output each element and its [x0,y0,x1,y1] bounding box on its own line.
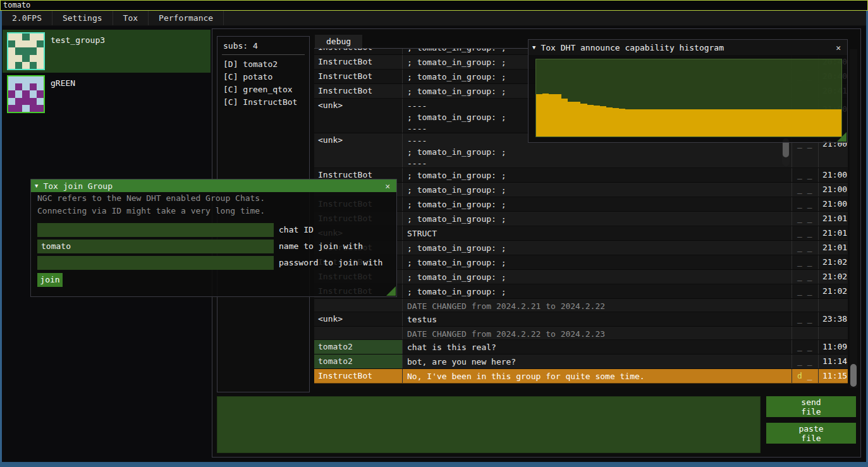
status-cell: _ _ [792,212,819,226]
status-cell: _ _ [792,270,819,284]
message-row[interactable]: tomato2bot, are you new here?_ _11:14 [314,355,848,369]
sender-name-cell [314,299,403,312]
message-cell: ; tomato_in_group: ; [403,197,792,211]
subs-member-list: [D] tomato2[C] potato[C] green_qtox[C] I… [223,58,303,109]
menu-performance[interactable]: Performance [149,11,224,25]
message-scrollbar-thumb[interactable] [850,364,857,387]
system-message-cell: DATE CHANGED from 2024.2.21 to 2024.2.22 [403,299,792,312]
histogram-bar [733,109,740,136]
close-icon[interactable]: ✕ [382,181,393,191]
message-row[interactable]: <unk>testus_ _23:38 [314,312,848,327]
resize-grip[interactable] [837,132,847,142]
sender-name-cell: InstructBot [314,49,403,54]
histogram-bar [752,109,759,136]
status-cell: _ _ [792,255,819,269]
collapse-icon[interactable]: ▼ [35,183,38,189]
paste-file-button[interactable]: paste file [766,423,856,444]
resize-grip[interactable] [386,286,396,296]
histogram-bar [638,109,644,136]
sender-name-cell [314,327,403,339]
status-cell: _ _ [792,241,819,255]
join-name-input[interactable]: tomato [37,240,274,253]
sender-name-cell: <unk> [314,312,403,326]
status-cell: _ _ [792,284,819,298]
group-name: gREEN [51,78,75,88]
sender-name-cell: <unk> [314,99,403,133]
histogram-bar [657,109,663,136]
member-tomato2: [D] tomato2 [223,58,303,71]
send-file-button[interactable]: send file [766,396,856,417]
message-cell: No, I've been in this group for quite so… [403,369,792,383]
histogram-bar [663,109,669,136]
histogram-bar [669,109,676,136]
time-cell: 21:02 [819,284,848,298]
member-potato: [C] potato [223,71,303,83]
message-cell: ; tomato_in_group: ; [403,241,792,255]
system-row: DATE CHANGED from 2024.2.21 to 2024.2.22 [314,299,848,312]
subs-separator [222,54,305,55]
close-icon[interactable]: ✕ [833,43,843,52]
histogram-bar [632,109,638,136]
message-scrollbar-track[interactable] [850,49,857,388]
histogram-bar [721,109,727,136]
menu-settings[interactable]: Settings [52,11,113,25]
message-cell: ; tomato_in_group: ; [403,255,792,269]
histogram-bar [816,109,822,136]
tab-debug[interactable]: debug [315,35,362,48]
collapse-icon[interactable]: ▼ [532,44,535,51]
histogram-window-title: Tox DHT announce capability histogram [541,43,724,52]
menu-bar: 2.0FPS Settings Tox Performance [2,11,866,26]
status-cell [792,327,819,339]
histogram-plot [535,59,842,137]
join-password-input[interactable] [37,256,274,270]
window-border-bottom [0,462,868,467]
histogram-bar [791,109,797,136]
status-cell: _ _ [792,355,819,368]
message-row[interactable]: InstructBotNo, I've been in this group f… [314,369,848,384]
fps-indicator: 2.0FPS [2,11,52,25]
time-cell: 11:15 [819,369,848,383]
group-item-test_group3[interactable]: test_group3 [3,30,211,73]
sender-name-cell: InstructBot [314,55,403,69]
histogram-window-titlebar[interactable]: ▼ Tox DHT announce capability histogram … [529,40,847,55]
group-avatar [7,75,45,113]
join-desc-line1: NGC refers to the New DHT enabled Group … [31,192,396,205]
histogram-bar [740,109,746,136]
dht-histogram-window: ▼ Tox DHT announce capability histogram … [528,39,848,143]
status-cell: _ _ [792,340,819,354]
histogram-bar [797,109,804,136]
time-cell: 11:09 [819,340,848,354]
group-item-gREEN[interactable]: gREEN [3,73,211,116]
status-cell: d _ [792,369,819,383]
histogram-bar [542,94,549,136]
histogram-bar [746,109,752,136]
histogram-bar [676,109,682,136]
message-cell: ; tomato_in_group: ; [403,284,792,298]
join-window-titlebar[interactable]: ▼ Tox join Group ✕ [31,179,396,192]
time-cell: 21:00 [819,197,848,211]
sender-name-cell: tomato2 [314,355,403,368]
message-cell: ; tomato_in_group: ; [403,183,792,197]
histogram-bar [822,109,829,136]
message-row[interactable]: tomato2chat is this real?_ _11:09 [314,340,848,355]
menu-tox[interactable]: Tox [113,11,149,25]
status-cell [792,299,819,312]
status-cell: _ _ [792,197,819,211]
time-cell: 11:14 [819,355,848,368]
message-cell: testus [403,312,792,326]
message-cell: ; tomato_in_group: ; [403,212,792,226]
join-window-title: Tox join Group [43,181,113,191]
histogram-bar [580,104,587,136]
join-group-window: ▼ Tox join Group ✕ NGC refers to the New… [30,179,397,297]
histogram-bar [568,102,574,136]
message-cell: STRUCT [403,226,792,240]
sender-name-cell: InstructBot [314,70,403,83]
app-titlebar[interactable]: tomato [0,0,868,11]
histogram-bar [561,99,568,136]
message-cell: chat is this real? [403,340,792,354]
message-input[interactable] [217,396,761,453]
join-button[interactable]: join [37,273,63,287]
chat-id-input[interactable] [37,223,274,237]
histogram-bar [784,109,790,136]
histogram-bar [829,109,835,136]
